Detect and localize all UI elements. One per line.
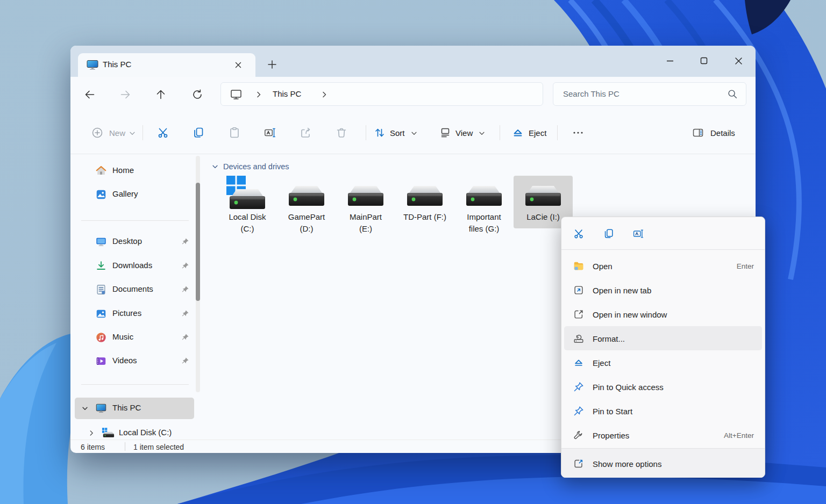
details-button[interactable] bbox=[692, 126, 704, 139]
menu-item-eject[interactable]: Eject bbox=[564, 350, 762, 375]
chevron-right-icon bbox=[254, 90, 263, 99]
breadcrumb-location[interactable]: This PC bbox=[273, 89, 301, 98]
chevron-right-icon[interactable] bbox=[320, 90, 329, 99]
menu-item-label: Show more options bbox=[593, 459, 661, 468]
quick-action-copy[interactable] bbox=[599, 224, 618, 243]
group-header[interactable]: Devices and drives bbox=[211, 161, 289, 172]
sidebar-item-label: Local Disk (C:) bbox=[119, 428, 172, 437]
breadcrumb[interactable]: This PC bbox=[220, 82, 543, 106]
pin-icon bbox=[181, 333, 189, 341]
toolbar-divider bbox=[143, 125, 143, 140]
details-panel-icon bbox=[692, 126, 704, 139]
sidebar-item-label: This PC bbox=[112, 403, 141, 412]
sidebar-divider bbox=[81, 220, 189, 221]
this-pc-icon bbox=[87, 60, 98, 70]
drive-label: TD-Part (F:) bbox=[395, 211, 454, 223]
sidebar-item-label: Desktop bbox=[112, 236, 142, 246]
menu-item-show-more-options[interactable]: Show more options bbox=[564, 451, 762, 476]
rename-icon bbox=[264, 126, 276, 139]
more-options-button[interactable] bbox=[572, 126, 585, 139]
menu-item-shortcut: Enter bbox=[737, 262, 754, 270]
sidebar-item-pictures[interactable]: Pictures bbox=[75, 304, 194, 324]
close-button[interactable] bbox=[727, 50, 750, 71]
details-button-label[interactable]: Details bbox=[710, 128, 735, 138]
minimize-button[interactable] bbox=[658, 50, 682, 71]
chevron-down-icon[interactable] bbox=[81, 405, 89, 412]
menu-item-label: Format... bbox=[593, 334, 625, 343]
sidebar-item-documents[interactable]: Documents bbox=[75, 279, 194, 300]
cut-button[interactable] bbox=[156, 126, 169, 139]
sidebar-item-this-pc[interactable]: This PC bbox=[75, 398, 194, 419]
chevron-right-icon[interactable] bbox=[88, 429, 95, 437]
maximize-button[interactable] bbox=[692, 50, 716, 71]
sidebar-item-downloads[interactable]: Downloads bbox=[75, 256, 194, 276]
drive-label: MainPart (E:) bbox=[336, 211, 395, 235]
sidebar-scrollbar bbox=[196, 156, 200, 392]
drive-local-disk-c[interactable]: Local Disk (C:) bbox=[218, 176, 277, 228]
status-divider bbox=[125, 442, 125, 451]
refresh-button[interactable] bbox=[189, 87, 205, 103]
search-icon[interactable] bbox=[727, 88, 738, 100]
copy-icon bbox=[603, 228, 615, 240]
toolbar-divider bbox=[366, 125, 366, 140]
paste-button bbox=[228, 126, 241, 139]
rename-button[interactable] bbox=[264, 126, 276, 139]
menu-item-properties[interactable]: Properties Alt+Enter bbox=[564, 423, 762, 447]
menu-item-open-in-new-window[interactable]: Open in new window bbox=[564, 302, 762, 326]
menu-item-label: Pin to Start bbox=[593, 406, 632, 415]
downloads-icon bbox=[95, 260, 107, 272]
open-in-new-window-icon bbox=[573, 308, 585, 320]
eject-button-label[interactable]: Eject bbox=[529, 128, 546, 138]
chevron-down-icon bbox=[410, 129, 423, 142]
view-button-label[interactable]: View bbox=[455, 128, 473, 138]
quick-action-rename[interactable] bbox=[629, 224, 648, 243]
menu-item-open[interactable]: Open Enter bbox=[564, 254, 762, 278]
home-icon bbox=[95, 165, 107, 177]
sidebar-item-label: Gallery bbox=[112, 189, 138, 198]
tab-this-pc[interactable]: This PC bbox=[78, 53, 255, 77]
menu-item-label: Open bbox=[593, 261, 613, 270]
up-button[interactable] bbox=[153, 87, 169, 103]
eject-icon bbox=[573, 357, 585, 369]
pin-icon bbox=[573, 405, 585, 417]
menu-item-open-in-new-tab[interactable]: Open in new tab bbox=[564, 278, 762, 302]
scrollbar-thumb[interactable] bbox=[196, 183, 200, 301]
drive-td-part-f[interactable]: TD-Part (F:) bbox=[395, 176, 454, 228]
sidebar-item-gallery[interactable]: Gallery bbox=[75, 184, 194, 205]
desktop-icon bbox=[95, 236, 107, 248]
drive-mainpart-e[interactable]: MainPart (E:) bbox=[336, 176, 395, 228]
drive-important-files-g[interactable]: Important files (G:) bbox=[454, 176, 514, 228]
drive-label: Important files (G:) bbox=[454, 211, 514, 235]
tab-close-button[interactable] bbox=[233, 60, 245, 71]
copy-button[interactable] bbox=[192, 126, 205, 139]
pin-icon bbox=[181, 357, 189, 365]
drive-gamepart-d[interactable]: GamePart (D:) bbox=[277, 176, 336, 228]
search-input[interactable]: Search This PC bbox=[553, 82, 746, 106]
menu-item-pin-to-quick-access[interactable]: Pin to Quick access bbox=[564, 375, 762, 399]
new-tab-button[interactable] bbox=[266, 59, 278, 70]
sidebar-item-music[interactable]: Music bbox=[75, 327, 194, 348]
quick-action-cut[interactable] bbox=[569, 224, 588, 243]
menu-item-pin-to-start[interactable]: Pin to Start bbox=[564, 399, 762, 423]
share-icon bbox=[300, 126, 312, 139]
eject-icon bbox=[511, 126, 524, 139]
sidebar-item-home[interactable]: Home bbox=[75, 161, 194, 181]
sidebar-item-desktop[interactable]: Desktop bbox=[75, 232, 194, 252]
menu-item-format[interactable]: Format... bbox=[564, 326, 762, 350]
sidebar-item-label: Home bbox=[112, 165, 134, 175]
menu-item-label: Pin to Quick access bbox=[593, 382, 664, 391]
view-button[interactable] bbox=[439, 126, 452, 139]
sort-button-label[interactable]: Sort bbox=[390, 128, 405, 138]
menu-divider bbox=[561, 249, 765, 250]
menu-item-label: Properties bbox=[593, 430, 629, 440]
sort-button[interactable] bbox=[373, 126, 386, 139]
new-button bbox=[91, 126, 104, 139]
pin-icon bbox=[181, 262, 189, 270]
sidebar-item-videos[interactable]: Videos bbox=[75, 351, 194, 371]
show-more-options-icon bbox=[573, 458, 585, 470]
back-button[interactable] bbox=[82, 87, 98, 103]
sidebar-item-label: Videos bbox=[112, 356, 137, 365]
pin-icon bbox=[181, 285, 189, 293]
eject-button[interactable] bbox=[511, 126, 524, 139]
sidebar-item-label: Pictures bbox=[112, 308, 141, 318]
